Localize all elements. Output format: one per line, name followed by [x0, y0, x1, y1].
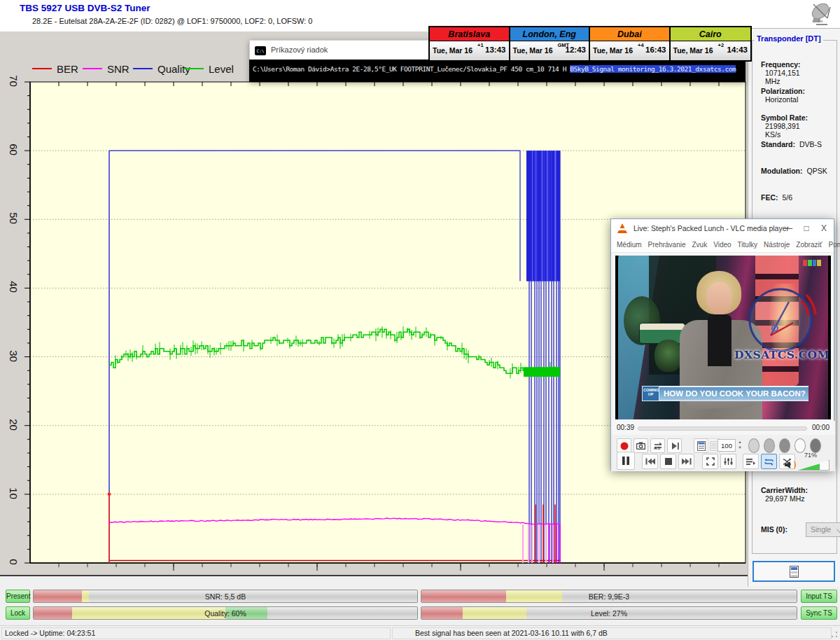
level-line-swatch — [184, 68, 204, 69]
level-bar: Level: 27% — [421, 606, 797, 620]
indicator-oval-1[interactable] — [748, 438, 760, 453]
volume-percent-label: 71% — [804, 452, 817, 459]
vlc-seek-row: 00:39 00:00 — [611, 421, 835, 435]
seek-slider[interactable] — [638, 426, 807, 431]
cmd-command-text: C:\Users\Roman Dávid>Astra 2E-28,5°E_UK … — [253, 65, 570, 73]
legend-label: SNR — [107, 63, 130, 75]
minimize-button[interactable]: — — [782, 223, 794, 233]
extended-settings-button[interactable] — [720, 454, 736, 469]
clock-date: Tue, Mar 16 — [593, 46, 633, 55]
next-button[interactable] — [678, 454, 694, 469]
field-label: Symbol Rate: — [761, 113, 808, 122]
best-signal-status: Best signal has been seen at 2021-03-16 … — [392, 627, 832, 639]
legend-label: BER — [57, 63, 78, 75]
maximize-button[interactable]: □ — [800, 223, 813, 233]
menu-help[interactable]: Pomocník — [828, 241, 840, 249]
zoom-spinner[interactable]: ▲▼ — [736, 439, 743, 452]
cmd-console[interactable]: C:\Users\Roman Dávid>Astra 2E-28,5°E_UK … — [249, 60, 746, 82]
clock-utc-offset: +4 — [638, 42, 644, 48]
svg-text:dis: dis — [818, 19, 823, 23]
cmd-selected-text: BSkyB_Signal monitoring_16.3.2021_dxsatc… — [570, 65, 736, 73]
channel-logo — [803, 260, 821, 266]
mis-dropdown[interactable]: Single — [806, 522, 840, 537]
snr-bar: SNR: 5,5 dB — [33, 590, 418, 603]
clock-time: 16:43 — [645, 46, 666, 54]
vlc-window[interactable]: Live: Steph's Packed Lunch - VLC media p… — [610, 218, 834, 471]
field-symbol-rate: Symbol Rate: 21998,391 KS/s — [761, 113, 840, 139]
snapshot-button[interactable] — [634, 438, 648, 453]
record-button[interactable] — [617, 438, 631, 453]
sync-ts-indicator: Sync TS — [801, 606, 837, 620]
vlc-menubar: Médium Prehrávanie Zvuk Video Titulky Ná… — [611, 238, 834, 253]
clock-date: Tue, Mar 16 — [513, 46, 553, 55]
indicator-oval-5[interactable] — [810, 438, 821, 453]
clock-city: Cairo — [671, 27, 751, 41]
clock-utc-offset: +1 — [477, 42, 484, 48]
cmd-window-title: Príkazový riadok — [271, 46, 328, 54]
field-label: MIS (0): — [761, 525, 788, 534]
vlc-titlebar[interactable]: Live: Steph's Packed Lunch - VLC media p… — [611, 219, 834, 238]
field-standard: Standard: DVB-S — [761, 140, 840, 148]
vlc-window-title: Live: Steph's Packed Lunch - VLC media p… — [634, 224, 789, 232]
bar-label: Level: 27% — [421, 607, 797, 619]
field-value: 21998,391 KS/s — [765, 122, 808, 139]
menu-view[interactable]: Zobraziť — [796, 241, 822, 249]
ts-list-button[interactable] — [752, 561, 835, 582]
present-indicator: Present — [6, 590, 30, 603]
coming-up-tag: COMING UP — [642, 386, 659, 401]
menu-subtitles[interactable]: Titulky — [738, 241, 758, 249]
field-value: QPSK — [806, 167, 827, 175]
clock-date: Tue, Mar 16 — [433, 46, 472, 55]
vlc-video-area[interactable]: DXSATCS.COM COMING UP HOW DO YOU COOK YO… — [615, 256, 831, 419]
indicator-oval-3[interactable] — [779, 438, 790, 453]
indicator-oval-2[interactable] — [764, 438, 775, 453]
clock-city: Bratislava — [430, 27, 509, 41]
legend-label: Level — [209, 63, 234, 75]
stop-button[interactable] — [660, 454, 676, 469]
time-elapsed: 00:39 — [617, 424, 634, 431]
resize-grip[interactable] — [830, 630, 839, 639]
field-value: 29,697 MHz — [765, 494, 805, 503]
cmd-icon: C:\ — [255, 46, 266, 55]
loop-ab-button[interactable]: A B — [650, 438, 665, 453]
field-value: DVB-S — [799, 140, 822, 148]
menu-playback[interactable]: Prehrávanie — [648, 241, 686, 249]
quality-bar: Quality: 60% — [33, 606, 418, 620]
zoom-value-box[interactable]: 100 — [718, 439, 736, 452]
close-button[interactable]: X — [818, 223, 830, 233]
field-label: CarrierWidth: — [761, 486, 808, 494]
menu-video[interactable]: Video — [713, 241, 731, 249]
pause-button[interactable] — [617, 452, 635, 470]
lower-third-banner: COMING UP HOW DO YOU COOK YOUR BACON? — [642, 386, 808, 401]
y-axis-tick-label: 70 — [8, 74, 20, 89]
field-carrier-width: CarrierWidth: 29,697 MHz — [761, 486, 840, 503]
tv-studio-scene: DXSATCS.COM COMING UP HOW DO YOU COOK YO… — [618, 256, 828, 419]
frame-step-button[interactable] — [667, 438, 682, 453]
studio-plant — [654, 340, 682, 372]
menu-tools[interactable]: Nástroje — [764, 241, 790, 249]
volume-slider[interactable] — [797, 460, 830, 471]
y-axis-tick-label: 20 — [8, 417, 20, 432]
ber-bar: BER: 9,9E-3 — [421, 590, 797, 603]
fullscreen-button[interactable] — [702, 454, 718, 469]
field-label: FEC: — [761, 193, 778, 202]
clock-city: London, Eng — [510, 27, 589, 41]
signal-status-panel: Present Lock SNR: 5,5 dB BER: 9,9E-3 Qua… — [0, 587, 840, 625]
indicator-oval-4[interactable] — [794, 438, 806, 453]
dxsatcs-watermark: DXSATCS.COM — [734, 286, 827, 370]
volume-fill — [798, 461, 820, 470]
menu-medium[interactable]: Médium — [617, 241, 642, 249]
watermark-text: DXSATCS.COM — [734, 348, 827, 361]
y-axis-tick-label: 10 — [8, 485, 20, 501]
lock-uptime-status: Locked -> Uptime: 04:23:51 — [1, 627, 391, 639]
presenter-turtleneck — [708, 314, 732, 366]
menu-audio[interactable]: Zvuk — [692, 241, 708, 249]
loop-button[interactable] — [761, 454, 777, 469]
satellite-dish-icon: dis — [806, 1, 836, 31]
field-mis: MIS (0): Single — [761, 525, 840, 534]
field-label: Standard: — [761, 140, 795, 148]
y-axis-tick-label: 60 — [8, 142, 20, 158]
previous-button[interactable] — [642, 454, 658, 469]
field-label: Modulation: — [761, 167, 802, 175]
playlist-button[interactable] — [743, 454, 759, 469]
